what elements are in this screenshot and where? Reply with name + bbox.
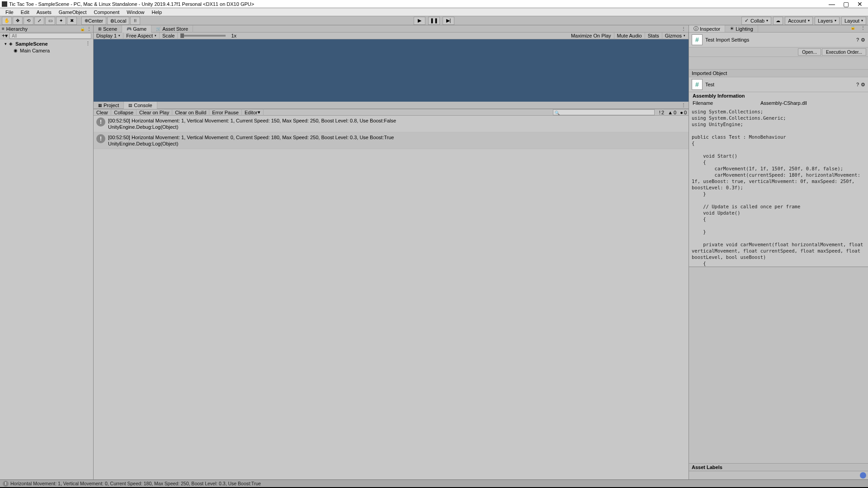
help-icon[interactable]: ?: [856, 37, 859, 43]
gizmos-dropdown[interactable]: Gizmos: [662, 33, 689, 39]
hierarchy-title: Hierarchy: [6, 26, 28, 32]
hand-tool[interactable]: ✋: [2, 17, 12, 25]
display-dropdown[interactable]: Display 1: [94, 33, 123, 39]
info-count[interactable]: ! 2: [657, 110, 666, 115]
aspect-dropdown[interactable]: Free Aspect: [123, 33, 160, 39]
layout-dropdown[interactable]: Layout: [841, 17, 866, 25]
console-search-input[interactable]: 🔍: [553, 109, 655, 115]
asset-labels-body[interactable]: [689, 471, 868, 479]
clear-on-play-toggle[interactable]: Clear on Play: [137, 109, 172, 116]
editor-dropdown[interactable]: Editor ▾: [242, 109, 264, 116]
hierarchy-search-input[interactable]: [9, 33, 91, 39]
search-icon: 🔍: [555, 111, 560, 115]
tab-lighting[interactable]: ☀Lighting: [725, 25, 758, 32]
layout-label: Layout: [844, 18, 859, 23]
menu-help[interactable]: Help: [148, 9, 165, 16]
menu-component[interactable]: Component: [90, 9, 123, 16]
code-preview[interactable]: using System.Collections; using System.C…: [689, 107, 868, 267]
error-count[interactable]: ● 0: [678, 110, 689, 115]
panel-menu-icon[interactable]: ⋮: [858, 25, 868, 32]
inspector-tab-icon: ⓘ: [693, 25, 698, 32]
gear-icon[interactable]: ⚙: [861, 37, 865, 43]
cloud-button[interactable]: ☁: [773, 17, 783, 25]
clear-button[interactable]: Clear: [94, 109, 111, 116]
layers-dropdown[interactable]: Layers: [815, 17, 840, 25]
error-pause-toggle[interactable]: Error Pause: [209, 109, 242, 116]
inspector-panel: ⓘInspector ☀Lighting 🔒 ⋮ # Test Import S…: [689, 25, 868, 479]
log-message: [00:52:50] Horizontal Movement: 1, Verti…: [108, 134, 394, 141]
rect-tool[interactable]: ▭: [45, 17, 55, 25]
console-icon: ▤: [128, 103, 132, 108]
pivot-center-button[interactable]: ⊕ Center: [81, 17, 106, 25]
help-icon[interactable]: ?: [856, 82, 859, 88]
console-message[interactable]: ! [00:52:50] Horizontal Movement: 1, Ver…: [94, 132, 689, 149]
menu-gameobject[interactable]: GameObject: [55, 9, 90, 16]
snap-tool[interactable]: ⁞⁞: [130, 17, 140, 25]
menu-edit[interactable]: Edit: [17, 9, 33, 16]
menu-assets[interactable]: Assets: [33, 9, 55, 16]
console-message[interactable]: ! [00:52:50] Horizontal Movement: 1, Ver…: [94, 116, 689, 132]
project-icon: ▦: [98, 103, 102, 108]
console-messages[interactable]: ! [00:52:50] Horizontal Movement: 1, Ver…: [94, 116, 689, 479]
hierarchy-tree[interactable]: ▾ ◈ SampleScene ⋮ ◉ Main Camera: [0, 39, 93, 479]
center-tabs: ⊞Scene 🎮Game 🛒Asset Store ⋮: [94, 25, 689, 33]
tab-project[interactable]: ▦Project: [94, 102, 124, 109]
scene-menu-icon[interactable]: ⋮: [85, 41, 92, 47]
warn-count[interactable]: ▲ 0: [666, 110, 678, 115]
custom-tool[interactable]: ✖: [67, 17, 77, 25]
step-button[interactable]: ▶|: [443, 17, 454, 25]
rotate-tool[interactable]: ⟲: [24, 17, 33, 25]
scene-tab-icon: ⊞: [98, 27, 102, 31]
collab-dropdown[interactable]: ✓ Collab: [741, 17, 771, 25]
console-toolbar: Clear Collapse Clear on Play Clear on Bu…: [94, 109, 689, 116]
menu-file[interactable]: File: [2, 9, 17, 16]
collab-label: Collab: [750, 18, 764, 23]
asset-tag-icon[interactable]: [860, 472, 866, 479]
lock-icon[interactable]: 🔒: [849, 25, 857, 32]
tab-scene[interactable]: ⊞Scene: [94, 25, 122, 33]
pivot-local-button[interactable]: ◍ Local: [107, 17, 129, 25]
log-source: UnityEngine.Debug:Log(Object): [108, 141, 394, 147]
maximize-toggle[interactable]: Maximize On Play: [568, 33, 614, 39]
minimize-button[interactable]: —: [829, 1, 835, 7]
scale-slider[interactable]: [180, 35, 226, 37]
account-dropdown[interactable]: Account: [785, 17, 813, 25]
mute-toggle[interactable]: Mute Audio: [614, 33, 645, 39]
panel-menu-icon[interactable]: ⋮: [87, 26, 91, 31]
clear-on-build-toggle[interactable]: Clear on Build: [172, 109, 209, 116]
move-tool[interactable]: ✥: [13, 17, 23, 25]
gameobject-row[interactable]: ◉ Main Camera: [1, 47, 92, 54]
close-button[interactable]: ✕: [857, 1, 863, 7]
tabs-menu-icon[interactable]: ⋮: [679, 26, 689, 31]
assembly-info-header: Assembly Information: [689, 92, 868, 99]
tab-asset-store[interactable]: 🛒Asset Store: [151, 25, 193, 33]
maximize-button[interactable]: ▢: [843, 1, 849, 7]
scale-tool[interactable]: ⤢: [34, 17, 44, 25]
hierarchy-panel: ≡ Hierarchy 🔒 ⋮ +▾ ▾ ◈ SampleScene ⋮ ◉ M…: [0, 25, 94, 479]
tab-inspector[interactable]: ⓘInspector: [689, 25, 725, 32]
execution-order-button[interactable]: Execution Order...: [822, 48, 866, 56]
tab-game[interactable]: 🎮Game: [122, 25, 151, 33]
lighting-tab-icon: ☀: [730, 26, 734, 32]
tabs-menu-icon[interactable]: ⋮: [679, 103, 689, 108]
scene-name: SampleScene: [15, 41, 48, 47]
stats-toggle[interactable]: Stats: [645, 33, 662, 39]
game-view[interactable]: [94, 39, 689, 102]
menu-window[interactable]: Window: [123, 9, 148, 16]
info-icon: !: [96, 117, 105, 127]
local-label: Local: [114, 18, 126, 23]
gear-icon[interactable]: ⚙: [861, 82, 865, 88]
window-title: Tic Tac Toe - SampleScene - PC, Mac & Li…: [9, 1, 829, 7]
scale-thumb[interactable]: [180, 33, 184, 38]
open-button[interactable]: Open...: [798, 48, 821, 56]
transform-tool[interactable]: ✦: [56, 17, 66, 25]
expand-icon[interactable]: ▾: [5, 42, 9, 46]
add-button[interactable]: +▾: [2, 33, 8, 39]
lock-icon[interactable]: 🔒: [80, 27, 85, 31]
collapse-toggle[interactable]: Collapse: [111, 109, 137, 116]
play-button[interactable]: ▶: [414, 17, 425, 25]
layers-label: Layers: [818, 18, 833, 23]
scene-row[interactable]: ▾ ◈ SampleScene ⋮: [1, 40, 92, 47]
pause-button[interactable]: ❚❚: [428, 17, 440, 25]
tab-console[interactable]: ▤Console: [124, 102, 157, 109]
